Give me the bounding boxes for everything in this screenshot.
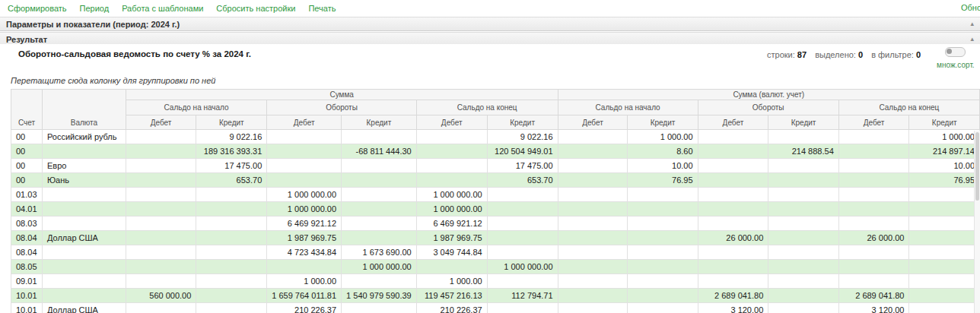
cell-amount[interactable]	[487, 274, 558, 289]
table-row[interactable]: 09.011 000.001 000.00	[11, 274, 980, 289]
cell-amount[interactable]: 1 000 000.00	[416, 202, 487, 217]
menu-templates[interactable]: Работа с шаблонами	[122, 4, 203, 13]
cell-amount[interactable]: 1 673 690.00	[342, 245, 417, 260]
cell-amount[interactable]: 9 022.16	[487, 130, 558, 144]
cell-amount[interactable]: 1 000 000.00	[416, 188, 487, 202]
cell-amount[interactable]	[126, 159, 196, 173]
cell-amount[interactable]	[342, 217, 417, 231]
cell-amount[interactable]: 653.70	[196, 173, 267, 188]
cell-amount[interactable]	[628, 245, 698, 260]
cell-amount[interactable]: 210 226.37	[267, 303, 342, 313]
cell-amount[interactable]	[126, 144, 196, 159]
table-row[interactable]: 08.036 469 921.126 469 921.12	[11, 217, 980, 231]
cell-amount[interactable]: 189 316 393.31	[196, 144, 267, 159]
cell-amount[interactable]	[416, 260, 487, 274]
cell-amount[interactable]	[342, 188, 417, 202]
scrollbar-thumb[interactable]	[975, 132, 979, 201]
group-by-drop-zone[interactable]: Перетащите сюда колонку для группировки …	[11, 76, 980, 85]
cell-amount[interactable]: 17 475.00	[487, 159, 558, 173]
cell-amount[interactable]	[768, 217, 838, 231]
cell-amount[interactable]	[558, 144, 628, 159]
cell-amount[interactable]	[768, 231, 838, 245]
cell-amount[interactable]	[196, 289, 267, 303]
cell-amount[interactable]	[126, 188, 196, 202]
col-header-credit[interactable]: Кредит	[342, 115, 417, 130]
col-header-debit[interactable]: Дебет	[698, 115, 768, 130]
cell-amount[interactable]	[768, 188, 838, 202]
cell-amount[interactable]	[558, 173, 628, 188]
cell-amount[interactable]	[909, 188, 980, 202]
cell-amount[interactable]	[342, 159, 417, 173]
cell-amount[interactable]	[558, 202, 628, 217]
cell-amount[interactable]	[558, 245, 628, 260]
cell-amount[interactable]	[698, 159, 768, 173]
cell-amount[interactable]	[628, 217, 698, 231]
cell-amount[interactable]	[909, 274, 980, 289]
cell-amount[interactable]	[487, 188, 558, 202]
table-row[interactable]: 10.01560 000.001 659 764 011.811 540 979…	[11, 289, 980, 303]
cell-amount[interactable]	[909, 289, 980, 303]
cell-amount[interactable]: 26 000.00	[698, 231, 768, 245]
cell-currency[interactable]	[42, 289, 126, 303]
col-header-debit[interactable]: Дебет	[267, 115, 342, 130]
cell-amount[interactable]	[126, 303, 196, 313]
cell-account[interactable]: 08.03	[11, 217, 43, 231]
cell-amount[interactable]: 2 689 041.80	[698, 289, 768, 303]
cell-currency[interactable]	[42, 202, 126, 217]
cell-amount[interactable]: 214 897.14	[909, 144, 980, 159]
cell-amount[interactable]	[558, 231, 628, 245]
col-header-credit[interactable]: Кредит	[628, 115, 698, 130]
col-header-credit[interactable]: Кредит	[768, 115, 838, 130]
col-header-debit[interactable]: Дебет	[558, 115, 628, 130]
col-header-account[interactable]: Счет	[11, 90, 43, 130]
cell-amount[interactable]	[628, 260, 698, 274]
cell-amount[interactable]	[838, 202, 909, 217]
cell-amount[interactable]	[126, 173, 196, 188]
cell-amount[interactable]	[126, 260, 196, 274]
cell-amount[interactable]	[267, 159, 342, 173]
cell-amount[interactable]: 1 000.00	[416, 274, 487, 289]
cell-amount[interactable]: 9 022.16	[196, 130, 267, 144]
cell-amount[interactable]	[628, 303, 698, 313]
cell-amount[interactable]	[768, 130, 838, 144]
cell-account[interactable]: 09.01	[11, 274, 43, 289]
cell-amount[interactable]	[416, 144, 487, 159]
cell-amount[interactable]	[838, 217, 909, 231]
cell-currency[interactable]	[42, 260, 126, 274]
cell-amount[interactable]	[342, 303, 417, 313]
subgroup-turnover[interactable]: Обороты	[267, 100, 416, 115]
cell-amount[interactable]: 6 469 921.12	[267, 217, 342, 231]
cell-amount[interactable]	[342, 173, 417, 188]
cell-amount[interactable]: 653.70	[487, 173, 558, 188]
cell-amount[interactable]: 6 469 921.12	[416, 217, 487, 231]
cell-amount[interactable]	[768, 289, 838, 303]
cell-amount[interactable]	[416, 173, 487, 188]
cell-amount[interactable]	[196, 274, 267, 289]
cell-account[interactable]: 01.03	[11, 188, 43, 202]
cell-amount[interactable]	[698, 260, 768, 274]
cell-amount[interactable]	[838, 188, 909, 202]
col-header-currency[interactable]: Валюта	[42, 90, 126, 130]
cell-amount[interactable]: 210 226.37	[416, 303, 487, 313]
cell-amount[interactable]	[487, 217, 558, 231]
cell-account[interactable]: 10.01	[11, 289, 43, 303]
params-panel-header[interactable]: Параметры и показатели (период: 2024 г.)…	[0, 17, 980, 31]
cell-amount[interactable]: 560 000.00	[126, 289, 196, 303]
cell-amount[interactable]	[558, 159, 628, 173]
cell-account[interactable]: 10.01	[11, 303, 43, 313]
col-header-debit[interactable]: Дебет	[126, 115, 196, 130]
cell-amount[interactable]	[558, 217, 628, 231]
cell-account[interactable]: 08.04	[11, 245, 43, 260]
col-header-credit[interactable]: Кредит	[196, 115, 267, 130]
cell-amount[interactable]: 17 475.00	[196, 159, 267, 173]
cell-account[interactable]: 00	[11, 173, 43, 188]
menu-period[interactable]: Период	[80, 4, 110, 13]
cell-account[interactable]: 04.01	[11, 202, 43, 217]
cell-amount[interactable]	[126, 231, 196, 245]
cell-amount[interactable]	[909, 217, 980, 231]
menu-generate[interactable]: Сформировать	[8, 4, 67, 13]
cell-amount[interactable]	[487, 303, 558, 313]
cell-amount[interactable]	[126, 202, 196, 217]
cell-currency[interactable]: Евро	[42, 159, 126, 173]
cell-account[interactable]: 08.05	[11, 260, 43, 274]
